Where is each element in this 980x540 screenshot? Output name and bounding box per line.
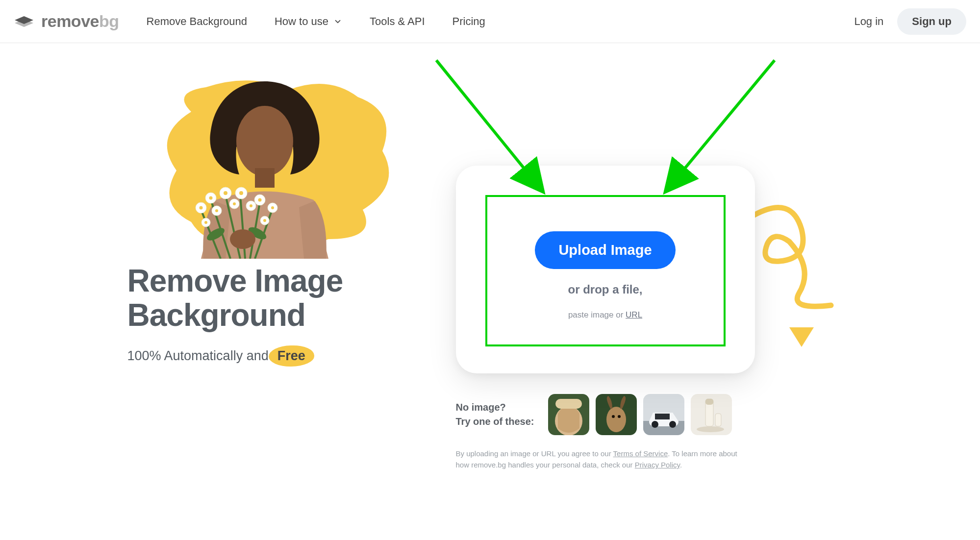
- svg-point-19: [224, 191, 227, 195]
- hero-image: [137, 73, 412, 249]
- svg-point-23: [215, 209, 218, 212]
- hero-headline: Remove Image Background: [127, 264, 427, 333]
- hero-subheadline: 100% Automatically and Free: [127, 347, 427, 365]
- svg-point-20: [239, 191, 243, 195]
- privacy-policy-link[interactable]: Privacy Policy: [635, 461, 680, 469]
- upload-card: Upload Image or drop a file, paste image…: [456, 166, 755, 373]
- svg-rect-47: [715, 414, 721, 426]
- login-link[interactable]: Log in: [854, 15, 883, 28]
- svg-rect-46: [705, 399, 713, 405]
- svg-rect-5: [255, 168, 275, 188]
- svg-point-43: [669, 421, 676, 428]
- svg-point-22: [271, 206, 274, 209]
- svg-point-21: [258, 198, 261, 202]
- main-nav: Remove Background How to use Tools & API…: [147, 15, 485, 28]
- nav-how-to-use[interactable]: How to use: [275, 15, 342, 28]
- svg-point-38: [618, 415, 621, 418]
- upload-image-button[interactable]: Upload Image: [535, 231, 675, 269]
- logo-text: removebg: [41, 12, 119, 31]
- svg-point-37: [612, 415, 615, 418]
- svg-point-25: [250, 204, 252, 207]
- sample-thumb-4[interactable]: [691, 394, 732, 435]
- svg-point-36: [606, 407, 626, 432]
- paste-hint: paste image or URL: [568, 310, 642, 320]
- sample-thumb-3[interactable]: [643, 394, 684, 435]
- nav-how-to-use-label: How to use: [275, 15, 328, 28]
- chevron-down-icon: [333, 17, 342, 26]
- upload-panel: Upload Image or drop a file, paste image…: [456, 166, 755, 471]
- svg-point-24: [233, 202, 236, 205]
- nav-tools-api[interactable]: Tools & API: [370, 15, 425, 28]
- drop-file-text: or drop a file,: [568, 283, 642, 296]
- logo[interactable]: removebg: [14, 12, 119, 31]
- nav-pricing[interactable]: Pricing: [452, 15, 485, 28]
- svg-point-18: [209, 196, 212, 200]
- svg-point-27: [263, 219, 266, 222]
- svg-rect-41: [655, 414, 670, 419]
- hero-person-image: [157, 73, 373, 259]
- free-badge: Free: [272, 347, 311, 365]
- terms-of-service-link[interactable]: Terms of Service: [613, 449, 668, 458]
- hero-left: Remove Image Background 100% Automatical…: [93, 73, 427, 365]
- svg-point-42: [652, 421, 658, 428]
- nav-remove-background[interactable]: Remove Background: [147, 15, 247, 28]
- svg-point-48: [697, 426, 724, 432]
- sample-thumb-1[interactable]: [548, 394, 589, 435]
- svg-marker-31: [789, 327, 814, 347]
- svg-point-30: [230, 229, 255, 249]
- logo-icon: [14, 14, 34, 29]
- svg-point-4: [236, 106, 293, 176]
- no-image-text: No image? Try one of these:: [456, 400, 534, 429]
- upload-dropzone[interactable]: Upload Image or drop a file, paste image…: [485, 195, 726, 346]
- main: Remove Image Background 100% Automatical…: [0, 43, 980, 500]
- svg-point-17: [199, 206, 202, 210]
- paste-url-link[interactable]: URL: [626, 310, 642, 319]
- sample-images-row: No image? Try one of these:: [456, 394, 755, 435]
- svg-point-26: [204, 221, 207, 224]
- sample-thumb-2[interactable]: [596, 394, 637, 435]
- triangle-decoration-icon: [789, 327, 814, 349]
- header: removebg Remove Background How to use To…: [0, 0, 980, 43]
- signup-button[interactable]: Sign up: [897, 8, 966, 35]
- legal-text: By uploading an image or URL you agree t…: [456, 448, 745, 471]
- svg-rect-34: [555, 399, 582, 409]
- auth-controls: Log in Sign up: [854, 8, 966, 35]
